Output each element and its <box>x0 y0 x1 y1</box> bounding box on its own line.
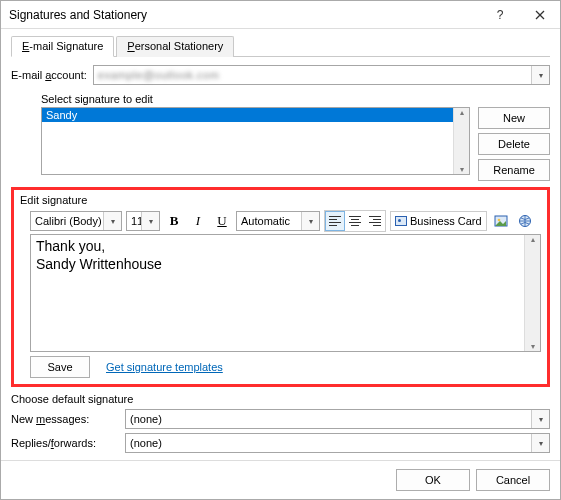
new-button[interactable]: New <box>478 107 550 129</box>
chevron-down-icon: ▾ <box>531 410 549 428</box>
signature-side-buttons: New Delete Rename <box>478 107 550 181</box>
account-row: E-mail account: example@outlook.com ▾ <box>11 65 550 85</box>
business-card-label: Business Card <box>410 215 482 227</box>
chevron-down-icon: ▾ <box>531 66 549 84</box>
delete-button[interactable]: Delete <box>478 133 550 155</box>
insert-hyperlink-button[interactable] <box>515 211 535 231</box>
help-button[interactable]: ? <box>480 1 520 29</box>
get-templates-link[interactable]: Get signature templates <box>106 361 223 373</box>
font-family-value: Calibri (Body) <box>35 215 102 227</box>
align-left-icon <box>329 214 341 228</box>
chevron-down-icon: ▾ <box>141 212 159 230</box>
replies-forwards-row: Replies/forwards: (none) ▾ <box>11 433 550 453</box>
edit-signature-highlight: Edit signature Calibri (Body) ▾ 11 ▾ B I… <box>11 187 550 387</box>
font-size-combo[interactable]: 11 ▾ <box>126 211 160 231</box>
tab-email-signature[interactable]: E-mail Signature <box>11 36 114 57</box>
email-account-value: example@outlook.com <box>98 69 220 81</box>
bold-button[interactable]: B <box>164 211 184 231</box>
email-account-label: E-mail account: <box>11 69 87 81</box>
new-messages-combo[interactable]: (none) ▾ <box>125 409 550 429</box>
business-card-icon <box>395 216 407 226</box>
signature-list-area: Sandy New Delete Rename <box>41 107 550 181</box>
edit-signature-label: Edit signature <box>20 194 541 206</box>
choose-default-label: Choose default signature <box>11 393 550 405</box>
dialog-footer: OK Cancel <box>1 460 560 499</box>
replies-forwards-label: Replies/forwards: <box>11 437 119 449</box>
scrollbar[interactable] <box>453 108 469 174</box>
email-account-combo[interactable]: example@outlook.com ▾ <box>93 65 550 85</box>
signatures-dialog: Signatures and Stationery ? E-mail Signa… <box>0 0 561 500</box>
ok-button[interactable]: OK <box>396 469 470 491</box>
svg-point-3 <box>497 219 500 222</box>
font-color-value: Automatic <box>241 215 290 227</box>
chevron-down-icon: ▾ <box>531 434 549 452</box>
close-button[interactable] <box>520 1 560 29</box>
editor-toolbar: Calibri (Body) ▾ 11 ▾ B I U Automatic ▾ <box>30 210 541 232</box>
align-left-button[interactable] <box>325 211 345 231</box>
underline-button[interactable]: U <box>212 211 232 231</box>
align-group <box>324 210 386 232</box>
hyperlink-icon <box>518 214 532 228</box>
business-card-button[interactable]: Business Card <box>390 211 487 231</box>
tab-strip: E-mail Signature Personal Stationery <box>11 35 550 57</box>
align-center-icon <box>349 214 361 228</box>
new-messages-row: New messages: (none) ▾ <box>11 409 550 429</box>
signature-editor[interactable]: Thank you, Sandy Writtenhouse <box>30 234 541 352</box>
insert-picture-button[interactable] <box>491 211 511 231</box>
italic-button[interactable]: I <box>188 211 208 231</box>
picture-icon <box>494 214 508 228</box>
chevron-down-icon: ▾ <box>103 212 121 230</box>
select-signature-label: Select signature to edit <box>41 93 550 105</box>
signature-editor-content: Thank you, Sandy Writtenhouse <box>31 235 540 276</box>
font-family-combo[interactable]: Calibri (Body) ▾ <box>30 211 122 231</box>
signature-list-item[interactable]: Sandy <box>42 108 469 122</box>
scrollbar[interactable] <box>524 235 540 351</box>
cancel-button[interactable]: Cancel <box>476 469 550 491</box>
tab-personal-stationery[interactable]: Personal Stationery <box>116 36 234 57</box>
new-messages-value: (none) <box>130 413 162 425</box>
align-right-button[interactable] <box>365 211 385 231</box>
save-button[interactable]: Save <box>30 356 90 378</box>
titlebar: Signatures and Stationery ? <box>1 1 560 29</box>
close-icon <box>535 10 545 20</box>
replies-forwards-value: (none) <box>130 437 162 449</box>
font-color-combo[interactable]: Automatic ▾ <box>236 211 320 231</box>
rename-button[interactable]: Rename <box>478 159 550 181</box>
save-row: Save Get signature templates <box>30 356 541 378</box>
chevron-down-icon: ▾ <box>301 212 319 230</box>
new-messages-label: New messages: <box>11 413 119 425</box>
align-center-button[interactable] <box>345 211 365 231</box>
dialog-title: Signatures and Stationery <box>9 8 480 22</box>
signature-list[interactable]: Sandy <box>41 107 470 175</box>
align-right-icon <box>369 214 381 228</box>
replies-forwards-combo[interactable]: (none) ▾ <box>125 433 550 453</box>
dialog-content: E-mail Signature Personal Stationery E-m… <box>1 29 560 460</box>
